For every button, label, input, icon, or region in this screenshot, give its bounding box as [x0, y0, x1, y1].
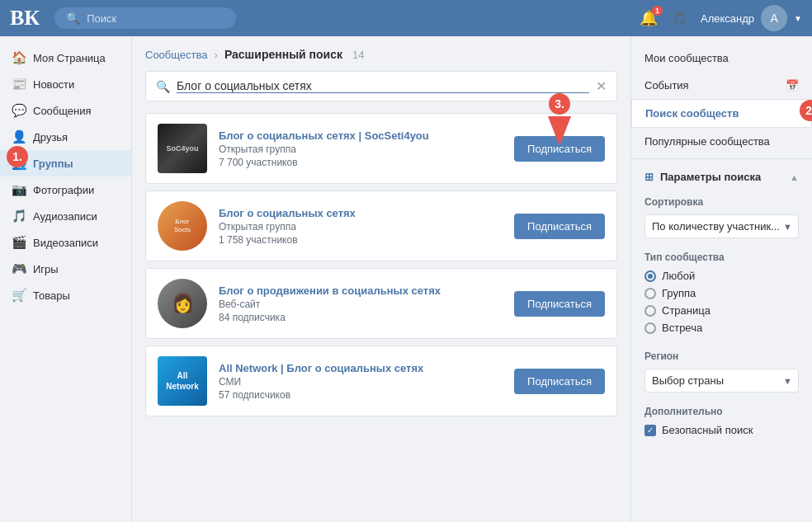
- subscribe-button-3[interactable]: Подписаться: [514, 291, 605, 317]
- result-avatar-4: AllNetwork: [158, 356, 207, 406]
- user-menu[interactable]: Александр А ▼: [701, 5, 802, 31]
- result-info-4: All Network | Блог о социальных сетях СМ…: [219, 362, 503, 401]
- radio-any: [644, 270, 656, 282]
- sidebar-item-video[interactable]: 🎬 Видеозаписи: [0, 229, 131, 256]
- rp-popular[interactable]: Популярные сообщества: [631, 128, 812, 155]
- breadcrumb-separator: ›: [215, 49, 218, 61]
- breadcrumb-parent[interactable]: Сообщества: [145, 49, 208, 61]
- type-event-label: Встреча: [662, 322, 702, 334]
- clear-search-icon[interactable]: ✕: [596, 78, 607, 94]
- rp-extra-section: Дополнительно Безопасный поиск: [631, 397, 812, 441]
- sidebar-label-photos: Фотографии: [33, 184, 94, 196]
- sidebar-label-goods: Товары: [33, 289, 70, 302]
- subscribe-wrap-1: 3. Подписаться: [514, 136, 605, 162]
- sidebar: 1. 🏠 Моя Страница 📰 Новости 💬 Сообщения …: [0, 36, 132, 522]
- sidebar-label-audio: Аудиозаписи: [33, 210, 97, 223]
- vk-logo[interactable]: ВК: [10, 6, 40, 31]
- rp-sort-section: Сортировка По количеству участник... ▼: [631, 188, 812, 243]
- friends-icon: 👤: [12, 129, 26, 144]
- region-label: Регион: [644, 350, 799, 362]
- result-type-2: Открытая группа: [219, 221, 503, 233]
- rp-events[interactable]: События 📅: [631, 72, 812, 99]
- sidebar-item-news[interactable]: 📰 Новости: [0, 71, 131, 97]
- type-any-label: Любой: [662, 270, 695, 282]
- result-type-3: Веб-сайт: [219, 299, 503, 310]
- result-members-2: 1 758 участников: [219, 234, 503, 246]
- sidebar-item-goods[interactable]: 🛒 Товары: [0, 282, 131, 308]
- audio-icon: 🎵: [12, 209, 26, 223]
- sidebar-item-audio[interactable]: 🎵 Аудиозаписи: [0, 203, 131, 229]
- radio-group: [644, 288, 656, 299]
- extra-label: Дополнительно: [644, 406, 799, 417]
- search-bar: 🔍 ✕: [145, 71, 617, 101]
- type-radio-group: Любой Группа Страница Встреча: [644, 270, 799, 334]
- region-select-wrap: Выбор страны ▼: [644, 369, 799, 393]
- result-title-3[interactable]: Блог о продвижении в социальных сетях: [219, 285, 503, 297]
- result-members-3: 84 подписчика: [219, 312, 503, 323]
- result-avatar-3: 👩: [158, 279, 207, 328]
- safe-search-label: Безопасный поиск: [662, 424, 753, 436]
- type-any[interactable]: Любой: [644, 270, 799, 282]
- notifications-icon[interactable]: 🔔 1: [640, 9, 658, 27]
- home-icon: 🏠: [12, 50, 26, 65]
- games-icon: 🎮: [12, 261, 26, 276]
- result-title-4[interactable]: All Network | Блог о социальных сетях: [219, 362, 503, 374]
- rp-search-communities[interactable]: Поиск сообществ 2.: [631, 99, 812, 128]
- radio-event: [644, 322, 656, 334]
- type-event[interactable]: Встреча: [644, 322, 799, 334]
- sidebar-label-groups: Группы: [33, 158, 73, 170]
- rp-filter-header[interactable]: ⊞ Параметры поиска ▲: [631, 162, 812, 188]
- sidebar-label-video: Видеозаписи: [33, 237, 98, 249]
- result-title-1[interactable]: Блог о социальных сетях | SocSeti4you: [219, 129, 503, 142]
- right-panel: Мои сообщества События 📅 Поиск сообществ…: [630, 36, 812, 522]
- header: ВК 🔍 🔔 1 🎵 Александр А ▼: [0, 0, 812, 36]
- header-search-bar: 🔍: [54, 7, 236, 29]
- result-item-2: БлогSocts Блог о социальных сетях Открыт…: [145, 190, 617, 261]
- sidebar-item-games[interactable]: 🎮 Игры: [0, 256, 131, 282]
- result-info-3: Блог о продвижении в социальных сетях Ве…: [219, 285, 503, 323]
- header-search-input[interactable]: [87, 12, 219, 25]
- video-icon: 🎬: [12, 235, 26, 250]
- rp-divider: [631, 158, 812, 159]
- messages-icon: 💬: [12, 103, 26, 118]
- user-menu-arrow: ▼: [794, 14, 802, 23]
- sidebar-label-games: Игры: [33, 263, 59, 275]
- safe-search-checkbox[interactable]: [644, 425, 656, 436]
- type-page-label: Страница: [662, 304, 710, 317]
- rp-region-section: Регион Выбор страны ▼: [631, 342, 812, 397]
- groups-icon: 👥: [12, 156, 26, 171]
- sidebar-item-groups[interactable]: 👥 Группы: [0, 150, 131, 176]
- rp-my-communities[interactable]: Мои сообщества: [631, 45, 812, 72]
- result-members-4: 57 подписчиков: [219, 389, 503, 401]
- region-select[interactable]: Выбор страны: [644, 369, 799, 393]
- result-info-1: Блог о социальных сетях | SocSeti4you От…: [219, 129, 503, 168]
- filter-chevron: ▲: [790, 172, 799, 182]
- rp-events-label: События: [644, 79, 689, 92]
- result-item-4: AllNetwork All Network | Блог о социальн…: [145, 346, 617, 416]
- sort-label: Сортировка: [644, 196, 799, 208]
- sidebar-item-friends[interactable]: 👤 Друзья: [0, 124, 131, 150]
- subscribe-button-1[interactable]: Подписаться: [514, 136, 605, 162]
- breadcrumb-current: Расширенный поиск: [224, 48, 342, 61]
- main-content: Сообщества › Расширенный поиск 14 🔍 ✕ So…: [132, 36, 630, 522]
- avatar: А: [761, 5, 787, 31]
- music-icon[interactable]: 🎵: [671, 11, 687, 26]
- subscribe-button-2[interactable]: Подписаться: [514, 214, 605, 239]
- result-avatar-2: БлогSocts: [158, 201, 207, 251]
- sidebar-item-my-page[interactable]: 🏠 Моя Страница: [0, 45, 131, 71]
- type-group[interactable]: Группа: [644, 287, 799, 299]
- type-page[interactable]: Страница: [644, 304, 799, 317]
- header-icons: 🔔 1 🎵 Александр А ▼: [640, 5, 802, 31]
- sort-select[interactable]: По количеству участник...: [644, 214, 799, 238]
- search-input[interactable]: [177, 79, 589, 93]
- safe-search-check[interactable]: Безопасный поиск: [644, 424, 799, 436]
- result-avatar-1: SoC4you: [158, 124, 207, 173]
- result-members-1: 7 700 участников: [219, 157, 503, 168]
- result-title-2[interactable]: Блог о социальных сетях: [219, 207, 503, 219]
- subscribe-button-4[interactable]: Подписаться: [514, 369, 605, 394]
- sidebar-item-messages[interactable]: 💬 Сообщения: [0, 97, 131, 124]
- sidebar-item-photos[interactable]: 📷 Фотографии: [0, 176, 131, 203]
- goods-icon: 🛒: [12, 288, 26, 303]
- results-area: SoC4you Блог о социальных сетях | SocSet…: [145, 113, 617, 416]
- sidebar-label-my-page: Моя Страница: [33, 52, 106, 64]
